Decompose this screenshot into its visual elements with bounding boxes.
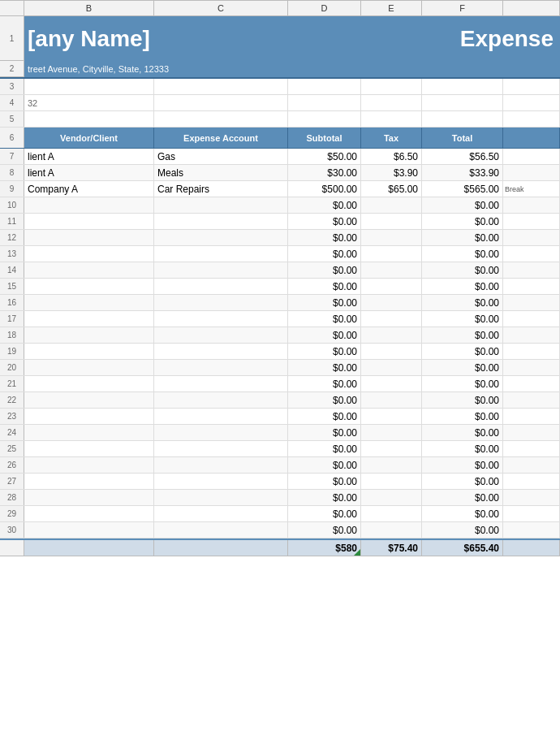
cell-total[interactable]: $0.00	[422, 441, 503, 456]
cell-tax[interactable]	[361, 344, 422, 359]
cell-5-e[interactable]	[361, 111, 422, 127]
cell-subtotal[interactable]: $0.00	[288, 279, 361, 294]
cell-subtotal[interactable]: $30.00	[288, 165, 361, 180]
cell-tax[interactable]	[361, 230, 422, 245]
cell-account[interactable]	[154, 311, 288, 327]
cell-total[interactable]: $0.00	[422, 474, 503, 489]
cell-account[interactable]	[154, 230, 288, 245]
cell-subtotal[interactable]: $0.00	[288, 506, 361, 521]
cell-total[interactable]: $33.90	[422, 165, 503, 180]
cell-tax[interactable]	[361, 327, 422, 343]
cell-note[interactable]	[503, 262, 560, 278]
cell-account[interactable]	[154, 457, 288, 473]
cell-4-f[interactable]	[422, 95, 503, 110]
cell-subtotal[interactable]: $0.00	[288, 214, 361, 229]
cell-3-e[interactable]	[361, 79, 422, 94]
cell-tax[interactable]	[361, 409, 422, 424]
cell-note[interactable]	[503, 230, 560, 245]
cell-vendor[interactable]	[24, 409, 154, 424]
cell-tax[interactable]	[361, 295, 422, 310]
cell-account[interactable]	[154, 392, 288, 408]
cell-vendor[interactable]	[24, 344, 154, 359]
cell-tax[interactable]	[361, 311, 422, 327]
cell-note[interactable]	[503, 441, 560, 456]
cell-tax[interactable]	[361, 522, 422, 538]
cell-total[interactable]: $0.00	[422, 344, 503, 359]
cell-tax[interactable]	[361, 376, 422, 391]
cell-note[interactable]	[503, 522, 560, 538]
cell-note[interactable]	[503, 311, 560, 327]
cell-account[interactable]	[154, 197, 288, 213]
cell-subtotal[interactable]: $0.00	[288, 311, 361, 327]
cell-tax[interactable]: $3.90	[361, 165, 422, 180]
cell-subtotal[interactable]: $0.00	[288, 197, 361, 213]
cell-vendor[interactable]	[24, 425, 154, 440]
cell-note[interactable]	[503, 246, 560, 262]
cell-note[interactable]	[503, 214, 560, 229]
cell-note[interactable]	[503, 474, 560, 489]
cell-vendor[interactable]	[24, 522, 154, 538]
cell-vendor[interactable]: lient A	[24, 149, 154, 164]
cell-subtotal[interactable]: $0.00	[288, 344, 361, 359]
cell-vendor[interactable]	[24, 392, 154, 408]
cell-note[interactable]	[503, 506, 560, 521]
cell-total[interactable]: $0.00	[422, 311, 503, 327]
cell-note[interactable]	[503, 327, 560, 343]
cell-tax[interactable]	[361, 279, 422, 294]
cell-account[interactable]	[154, 376, 288, 391]
cell-total[interactable]: $0.00	[422, 490, 503, 505]
cell-total[interactable]: $56.50	[422, 149, 503, 164]
cell-subtotal[interactable]: $0.00	[288, 425, 361, 440]
cell-note[interactable]	[503, 197, 560, 213]
cell-subtotal[interactable]: $0.00	[288, 441, 361, 456]
cell-account[interactable]	[154, 344, 288, 359]
cell-note[interactable]	[503, 149, 560, 164]
cell-5-c[interactable]	[154, 111, 288, 127]
cell-vendor[interactable]	[24, 246, 154, 262]
cell-total[interactable]: $0.00	[422, 246, 503, 262]
cell-vendor[interactable]	[24, 506, 154, 521]
cell-note[interactable]	[503, 392, 560, 408]
cell-account[interactable]	[154, 474, 288, 489]
cell-note[interactable]	[503, 457, 560, 473]
cell-tax[interactable]	[361, 441, 422, 456]
cell-4-e[interactable]	[361, 95, 422, 110]
cell-4-c[interactable]	[154, 95, 288, 110]
cell-tax[interactable]	[361, 214, 422, 229]
cell-tax[interactable]	[361, 490, 422, 505]
cell-3-d[interactable]	[288, 79, 361, 94]
cell-subtotal[interactable]: $0.00	[288, 409, 361, 424]
cell-total[interactable]: $0.00	[422, 457, 503, 473]
cell-account[interactable]	[154, 214, 288, 229]
cell-5-b[interactable]	[24, 111, 154, 127]
cell-note[interactable]	[503, 360, 560, 375]
cell-total[interactable]: $0.00	[422, 279, 503, 294]
cell-5-d[interactable]	[288, 111, 361, 127]
cell-total[interactable]: $0.00	[422, 230, 503, 245]
cell-total[interactable]: $0.00	[422, 392, 503, 408]
cell-vendor[interactable]	[24, 327, 154, 343]
cell-account[interactable]: Gas	[154, 149, 288, 164]
cell-tax[interactable]	[361, 457, 422, 473]
cell-tax[interactable]	[361, 246, 422, 262]
cell-account[interactable]	[154, 279, 288, 294]
cell-vendor[interactable]	[24, 376, 154, 391]
cell-vendor[interactable]	[24, 262, 154, 278]
cell-tax[interactable]	[361, 392, 422, 408]
cell-tax[interactable]: $65.00	[361, 181, 422, 197]
cell-subtotal[interactable]: $50.00	[288, 149, 361, 164]
cell-vendor[interactable]	[24, 457, 154, 473]
cell-account[interactable]	[154, 425, 288, 440]
cell-vendor[interactable]	[24, 197, 154, 213]
cell-vendor[interactable]: lient A	[24, 165, 154, 180]
cell-total[interactable]: $0.00	[422, 214, 503, 229]
cell-note[interactable]	[503, 279, 560, 294]
cell-5-f[interactable]	[422, 111, 503, 127]
cell-account[interactable]	[154, 262, 288, 278]
cell-account[interactable]: Car Repairs	[154, 181, 288, 197]
cell-account[interactable]	[154, 441, 288, 456]
cell-total[interactable]: $0.00	[422, 262, 503, 278]
cell-note[interactable]	[503, 425, 560, 440]
cell-account[interactable]	[154, 327, 288, 343]
cell-total[interactable]: $0.00	[422, 295, 503, 310]
